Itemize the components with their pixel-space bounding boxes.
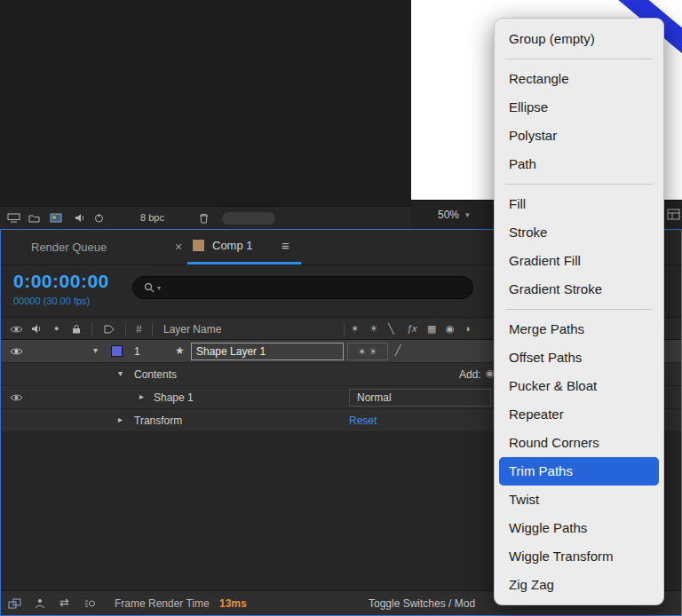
toggle-switches-modes-button[interactable]: Toggle Switches / Mod — [369, 597, 475, 610]
mini-flowchart-icon[interactable] — [8, 598, 21, 609]
frame-render-time-label: Frame Render Time — [115, 597, 210, 610]
shape-expand-chevron-icon[interactable]: ▸ — [139, 391, 144, 401]
transform-expand-chevron-icon[interactable]: ▸ — [118, 415, 123, 424]
menu-separator — [505, 59, 653, 59]
index-column-header: # — [136, 323, 142, 336]
menu-item-ellipse[interactable]: Ellipse — [495, 93, 663, 122]
search-icon — [144, 282, 155, 293]
fx-column-icon: ƒx — [407, 323, 417, 334]
tab-comp-label: Comp 1 — [212, 239, 253, 252]
left-viewer-panel — [0, 0, 411, 206]
shy-column-icon: ✶ — [351, 323, 359, 335]
panel-menu-icon[interactable]: ≡ — [282, 238, 289, 253]
menu-item-offset-paths[interactable]: Offset Paths — [495, 344, 663, 372]
column-divider[interactable] — [125, 322, 126, 336]
timeline-search-field[interactable]: ▾ — [132, 276, 473, 299]
frame-info-label: 00000 (30.00 fps) — [13, 296, 90, 306]
layer-visibility-eye-icon[interactable] — [10, 347, 23, 356]
menu-item-rectangle[interactable]: Rectangle — [495, 65, 663, 93]
menu-item-twist[interactable]: Twist — [495, 486, 663, 514]
motion-blur-icon[interactable] — [84, 598, 97, 609]
layer-expand-chevron-icon[interactable]: ▾ — [93, 345, 98, 355]
menu-item-zig-zag[interactable]: Zig Zag — [495, 571, 663, 599]
shape-1-label: Shape 1 — [154, 391, 194, 404]
video-column-eye-icon — [10, 325, 23, 334]
interpret-footage-icon[interactable] — [7, 213, 20, 223]
tab-comp-1[interactable]: Comp 1 — [193, 239, 253, 252]
zoom-level-dropdown[interactable]: 50% ▾ — [438, 209, 470, 221]
frame-blend-column-icon: ☀ — [369, 323, 378, 335]
bit-depth-button[interactable]: 8 bpc — [140, 212, 164, 223]
footage-thumbnail-icon[interactable] — [50, 213, 62, 223]
menu-item-path[interactable]: Path — [495, 150, 663, 178]
audio-icon[interactable] — [75, 213, 85, 223]
layer-name-column-header[interactable]: Layer Name — [163, 323, 221, 336]
column-divider[interactable] — [152, 322, 153, 336]
menu-item-fill[interactable]: Fill — [495, 190, 663, 218]
frame-render-time-value: 13ms — [219, 597, 247, 610]
layer-switches-box[interactable]: ✶ ☀ — [347, 343, 388, 360]
solo-column-icon: ● — [54, 324, 59, 333]
proxy-icon[interactable] — [94, 213, 104, 223]
menu-item-trim-paths[interactable]: Trim Paths — [499, 457, 659, 486]
trash-icon[interactable] — [199, 213, 209, 224]
adjustment-layer-column-icon: ▦ — [427, 323, 436, 335]
menu-item-wiggle-transform[interactable]: Wiggle Transform — [495, 542, 663, 571]
label-column-tag-icon — [104, 325, 115, 334]
add-label: Add: — [459, 368, 481, 381]
menu-item-polystar[interactable]: Polystar — [495, 122, 663, 150]
menu-item-wiggle-paths[interactable]: Wiggle Paths — [495, 514, 663, 542]
close-tab-icon[interactable]: × — [175, 240, 182, 254]
tab-render-queue[interactable]: Render Queue — [31, 241, 107, 254]
search-chevron-icon: ▾ — [157, 284, 161, 292]
blend-mode-column-icon: ◑ — [464, 323, 471, 334]
contents-label: Contents — [134, 368, 177, 381]
transform-label: Transform — [134, 415, 182, 427]
shape-visibility-eye-icon[interactable] — [10, 393, 23, 402]
current-time-display[interactable]: 0:00:00:00 — [13, 271, 109, 292]
menu-item-repeater[interactable]: Repeater — [495, 400, 663, 429]
layer-index: 1 — [134, 345, 140, 358]
menu-item-gradient-stroke[interactable]: Gradient Stroke — [495, 275, 663, 304]
column-divider[interactable] — [344, 322, 345, 336]
menu-separator — [505, 184, 653, 185]
zoom-level-value: 50% — [438, 209, 459, 221]
motion-blur-column-icon: ◉ — [446, 323, 455, 335]
layer-name-field[interactable]: Shape Layer 1 — [191, 343, 344, 360]
menu-item-gradient-fill[interactable]: Gradient Fill — [495, 247, 663, 275]
transform-reset-link[interactable]: Reset — [349, 415, 377, 427]
horizontal-scrollbar-thumb[interactable] — [222, 212, 275, 225]
menu-item-group-empty[interactable]: Group (empty) — [495, 25, 663, 53]
after-effects-window: 8 bpc 50% ▾ Render Queue × Comp 1 ≡ — [0, 0, 682, 616]
new-folder-icon[interactable] — [28, 214, 40, 223]
menu-item-merge-paths[interactable]: Merge Paths — [495, 315, 663, 344]
in-out-columns-icon[interactable]: ⇄ — [59, 596, 69, 609]
audio-column-speaker-icon — [31, 324, 42, 334]
menu-item-pucker-bloat[interactable]: Pucker & Bloat — [495, 372, 663, 400]
layer-quality-icon[interactable]: ╱ — [395, 344, 401, 356]
contents-expand-chevron-icon[interactable]: ▾ — [118, 368, 123, 378]
menu-item-round-corners[interactable]: Round Corners — [495, 429, 663, 457]
chevron-down-icon: ▾ — [465, 210, 470, 219]
shape-layer-star-icon: ★ — [175, 344, 185, 357]
quality-column-icon: ╲ — [388, 323, 394, 335]
view-options-icon[interactable] — [667, 209, 680, 220]
active-tab-underline — [187, 262, 301, 265]
blend-mode-dropdown[interactable]: Normal — [349, 389, 491, 407]
shape-menu: Group (empty)RectangleEllipsePolystarPat… — [494, 18, 664, 605]
layer-color-swatch[interactable] — [111, 345, 123, 357]
project-panel-toolbar: 8 bpc — [0, 206, 411, 229]
menu-item-stroke[interactable]: Stroke — [495, 218, 663, 247]
shy-layers-icon[interactable] — [35, 598, 45, 609]
lock-column-icon — [72, 324, 81, 334]
column-divider[interactable] — [91, 322, 92, 336]
menu-separator — [505, 309, 653, 310]
comp-label-swatch — [193, 240, 204, 251]
